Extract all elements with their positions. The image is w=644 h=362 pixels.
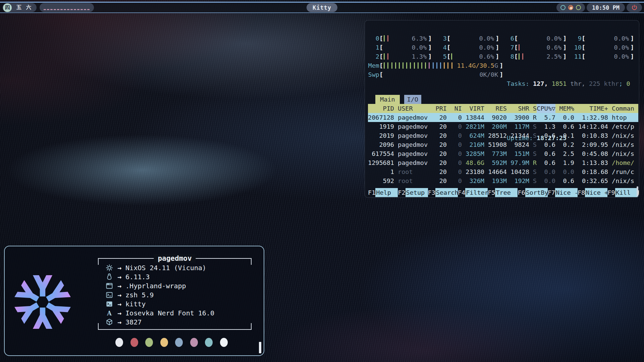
dash-segment <box>84 9 86 10</box>
package-icon <box>105 318 115 326</box>
cell-cmd: /nix/s <box>608 131 638 140</box>
palette-dot <box>205 338 213 347</box>
cpu-meter-5: 5[0.6%] <box>435 52 503 61</box>
meter-bar <box>391 62 392 69</box>
process-table-header[interactable]: PIDUSERPRINIVIRTRESSHRSCPU%▽MEM%TIME+Com… <box>368 104 638 113</box>
arrow-icon: → <box>117 300 121 308</box>
column-header-virt[interactable]: VIRT <box>462 104 484 113</box>
column-header-cmd[interactable]: Comman <box>608 104 638 113</box>
fkey-f7[interactable]: F7Nice - <box>548 188 578 197</box>
fkey-f4[interactable]: F4Filter <box>458 188 488 197</box>
fkey-f1[interactable]: F1Help <box>368 188 398 197</box>
dash-segment <box>74 9 76 10</box>
focused-window-title: Kitty <box>307 3 337 12</box>
cell-ni: 0 <box>447 113 462 122</box>
cell-res: 51908 <box>484 140 507 149</box>
dash-segment <box>57 9 59 10</box>
cell-user: root <box>394 176 432 185</box>
workspace-item[interactable]: 五 <box>16 4 21 11</box>
column-header-ni[interactable]: NI <box>447 104 462 113</box>
column-header-user[interactable]: USER <box>394 104 432 113</box>
cell-pri: 20 <box>432 140 447 149</box>
fkey-key: F5 <box>488 188 495 197</box>
fetch-value: Iosevka Nerd Font 16.0 <box>125 309 214 317</box>
column-header-pid[interactable]: PID <box>368 104 394 113</box>
cell-cpu: 0.6 <box>537 131 555 140</box>
column-header-shr[interactable]: SHR <box>507 104 529 113</box>
terminal-cursor <box>259 342 261 353</box>
meter-bar <box>451 53 452 60</box>
cell-time: 1:32.98 <box>574 113 608 122</box>
cpu-percent: 0.0% <box>412 43 427 52</box>
tab-main[interactable]: Main <box>375 95 400 104</box>
cell-user: root <box>394 167 432 176</box>
meter-bar <box>406 62 407 69</box>
cell-cmd: /nix/s <box>608 176 638 185</box>
column-header-time[interactable]: TIME+ <box>574 104 608 113</box>
cell-res: 773M <box>484 149 507 158</box>
cell-user: pagedmov <box>394 113 432 122</box>
fkey-f5[interactable]: F5Tree <box>488 188 518 197</box>
cell-s: S <box>529 149 537 158</box>
column-header-cpu[interactable]: CPU%▽ <box>537 104 555 113</box>
fetch-row: A→Iosevka Nerd Font 16.0 <box>105 308 252 317</box>
clock[interactable]: 10:50 PM <box>587 3 625 12</box>
meter-bar <box>410 62 411 69</box>
meter-bar <box>425 62 426 69</box>
workspace-item[interactable]: 六 <box>26 4 31 11</box>
penguin-icon <box>105 273 115 281</box>
system-tray[interactable] <box>556 3 585 12</box>
cpu-percent: 1.3% <box>412 52 427 61</box>
cell-user: pagedmov <box>394 122 432 131</box>
power-button[interactable] <box>627 3 642 12</box>
process-row[interactable]: 2096pagedmov200216M519089824S0.60.22:09.… <box>368 140 638 149</box>
cell-time: 2:09.95 <box>574 140 608 149</box>
column-header-pri[interactable]: PRI <box>432 104 447 113</box>
cell-shr: 97.9M <box>507 158 529 167</box>
fkey-f2[interactable]: F2Setup <box>398 188 428 197</box>
fetch-row: →.Hyprland-wrapp <box>105 281 252 290</box>
column-header-s[interactable]: S <box>529 104 537 113</box>
fetch-value: kitty <box>125 300 146 308</box>
fkey-f3[interactable]: F3Search <box>428 188 458 197</box>
process-row[interactable]: 617554pagedmov2003285M773M151MS0.62.50:4… <box>368 149 638 158</box>
workspace-switcher[interactable]: 四 五 六 <box>3 3 37 12</box>
fkey-f6[interactable]: F6SortBy <box>518 188 547 197</box>
cell-mem: 0.0 <box>555 167 574 176</box>
function-key-bar: F1HelpF2SetupF3SearchF4FilterF5TreeF6Sor… <box>368 188 639 197</box>
tray-teal-icon[interactable] <box>560 5 566 10</box>
cell-user: pagedmov <box>394 158 432 167</box>
swap-value: 0K/0K <box>479 70 498 79</box>
process-row[interactable]: 1919pagedmov2002821M200M117MS1.30.614:12… <box>368 122 638 131</box>
process-row[interactable]: 1root200231801466410428S0.00.00:18.68/ru… <box>368 167 638 176</box>
process-row[interactable]: 2019pagedmov200624M2851221344S0.60.10:10… <box>368 131 638 140</box>
visualizer-module[interactable] <box>40 3 94 12</box>
htop-terminal-window: 0[6.3%]3[0.0%]6[0.0%]9[0.0%]1[0.0%]4[0.0… <box>365 20 639 198</box>
process-row[interactable]: 592root200326M193M192MS0.00.60:32.65/nix… <box>368 176 638 185</box>
scrollbar-thumb[interactable] <box>637 186 638 196</box>
tray-orange-icon[interactable] <box>568 5 573 10</box>
tray-green-icon[interactable] <box>576 5 581 10</box>
fetch-row: →3827 <box>105 317 252 326</box>
cell-virt: 216M <box>462 140 484 149</box>
cell-ni: 0 <box>447 131 462 140</box>
cpu-percent: 0.0% <box>479 43 494 52</box>
cpu-meter-6: 6[0.0%] <box>503 34 570 43</box>
fkey-label: Nice - <box>555 188 578 197</box>
cell-mem: 0.1 <box>555 131 574 140</box>
top-bar: 四 五 六 Kitty 10:50 PM <box>0 2 644 13</box>
cell-mem: 2.5 <box>555 149 574 158</box>
meter-bar <box>519 44 520 51</box>
process-row[interactable]: 2067128pagedmov2001384490203900R5.70.01:… <box>368 113 638 122</box>
cell-user: pagedmov <box>394 149 432 158</box>
fkey-f8[interactable]: F8Nice + <box>578 188 607 197</box>
fkey-f9[interactable]: F9Kill <box>607 188 637 197</box>
column-header-mem[interactable]: MEM% <box>555 104 574 113</box>
tab-io[interactable]: I/O <box>404 95 421 104</box>
fetch-row: →NixOS 24.11 (Vicuna) <box>105 263 252 272</box>
workspace-active[interactable]: 四 <box>3 3 12 12</box>
column-header-res[interactable]: RES <box>484 104 507 113</box>
process-row[interactable]: 1295681pagedmov20048.6G592M97.9MR0.61.91… <box>368 158 638 167</box>
cpu-meter-4: 4[0.0%] <box>435 43 503 52</box>
meter-bar <box>447 62 448 69</box>
